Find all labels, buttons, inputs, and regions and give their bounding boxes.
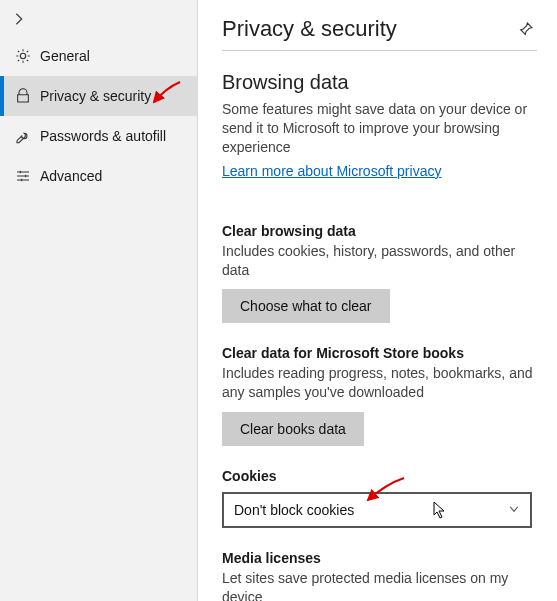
sidebar-item-general[interactable]: General (0, 36, 197, 76)
section-clear-browsing: Clear browsing data Includes cookies, hi… (222, 223, 537, 324)
subsection-desc: Includes cookies, history, passwords, an… (222, 242, 537, 280)
section-clear-books: Clear data for Microsoft Store books Inc… (222, 345, 537, 446)
subsection-desc: Includes reading progress, notes, bookma… (222, 364, 537, 402)
section-browsing-data: Browsing data Some features might save d… (222, 71, 537, 201)
sidebar-item-label: Privacy & security (40, 88, 151, 104)
chevron-right-icon[interactable] (12, 12, 187, 26)
sidebar-item-passwords[interactable]: Passwords & autofill (0, 116, 197, 156)
privacy-learn-more-link[interactable]: Learn more about Microsoft privacy (222, 163, 441, 179)
cookies-dropdown[interactable]: Don't block cookies (222, 492, 532, 528)
clear-books-data-button[interactable]: Clear books data (222, 412, 364, 446)
subsection-title: Cookies (222, 468, 537, 484)
page-title: Privacy & security (222, 16, 397, 42)
section-title: Browsing data (222, 71, 537, 94)
subsection-title: Clear data for Microsoft Store books (222, 345, 537, 361)
pin-icon[interactable] (515, 18, 537, 40)
divider (222, 50, 537, 51)
sliders-icon (14, 168, 32, 184)
section-media-licenses: Media licenses Let sites save protected … (222, 550, 537, 601)
settings-sidebar: General Privacy & security Passwords & a… (0, 0, 198, 601)
sidebar-item-advanced[interactable]: Advanced (0, 156, 197, 196)
lock-icon (14, 88, 32, 104)
section-desc: Some features might save data on your de… (222, 100, 537, 157)
subsection-title: Media licenses (222, 550, 537, 566)
gear-icon (14, 48, 32, 64)
choose-what-to-clear-button[interactable]: Choose what to clear (222, 289, 390, 323)
section-cookies: Cookies Don't block cookies (222, 468, 537, 528)
sidebar-item-label: General (40, 48, 90, 64)
chevron-down-icon (508, 502, 520, 518)
dropdown-selected-label: Don't block cookies (234, 502, 354, 518)
key-icon (14, 128, 32, 144)
subsection-title: Clear browsing data (222, 223, 537, 239)
sidebar-item-privacy[interactable]: Privacy & security (0, 76, 197, 116)
main-panel: Privacy & security Browsing data Some fe… (198, 0, 557, 601)
sidebar-item-label: Advanced (40, 168, 102, 184)
subsection-desc: Let sites save protected media licenses … (222, 569, 537, 601)
sidebar-item-label: Passwords & autofill (40, 128, 166, 144)
